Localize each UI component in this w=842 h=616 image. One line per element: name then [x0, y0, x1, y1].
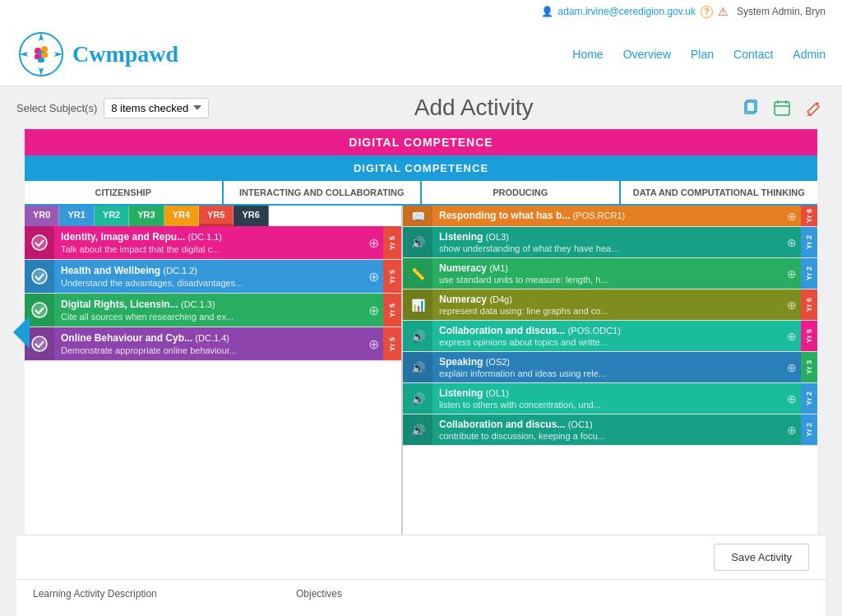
nav-plan[interactable]: Plan: [691, 48, 714, 61]
user-icon: 👤: [541, 6, 553, 17]
r-title-2: Numeracy: [439, 262, 489, 274]
svg-marker-2: [54, 52, 62, 57]
svg-rect-10: [38, 58, 44, 63]
item-yr-2: Yr 5: [383, 294, 401, 327]
tab-yr5-active[interactable]: YR5: [199, 206, 234, 226]
tab-yr4[interactable]: YR4: [164, 206, 199, 226]
list-item: 🔊 Collaboration and discus... (POS.ODC1)…: [403, 321, 817, 352]
r-yr-4: Yr 5: [801, 321, 817, 351]
item-yr-1: Yr 5: [383, 260, 401, 293]
r-expand-6[interactable]: ⊕: [783, 383, 801, 414]
item-desc-0: Talk about the impact that the digital c…: [61, 244, 357, 254]
r-desc-2: use standard units to measure: length, h…: [439, 275, 776, 285]
r-yr-5: Yr 3: [801, 352, 817, 382]
r-yr-2: Yr 2: [801, 258, 817, 289]
r-expand-0[interactable]: ⊕: [783, 206, 801, 226]
r-yr-7: Yr 2: [801, 415, 817, 445]
list-item: 🔊 Speaking (OS2) explain information and…: [403, 352, 817, 383]
r-desc-5: explain information and ideas using rele…: [439, 368, 776, 378]
r-expand-4[interactable]: ⊕: [783, 321, 801, 351]
list-item: Identity, Image and Repu... (DC.1.1) Tal…: [25, 226, 401, 260]
save-activity-button[interactable]: Save Activity: [714, 544, 809, 571]
list-item: 🔊 Listening (OL3) show understanding of …: [403, 227, 817, 258]
r-icon-2: 📏: [403, 258, 433, 289]
r-yr-6: Yr 2: [801, 383, 817, 414]
calendar-icon[interactable]: [770, 95, 794, 120]
edit-icon[interactable]: [801, 95, 826, 120]
list-item: Online Behaviour and Cyb... (DC.1.4) Dem…: [25, 327, 401, 361]
item-desc-2: Cite all sources when researching and ex…: [61, 312, 357, 322]
back-arrow-button[interactable]: [13, 316, 30, 349]
tab-yr3[interactable]: YR3: [129, 206, 164, 226]
item-title-2: Digital Rights, Licensin...: [61, 299, 181, 310]
r-icon-7: 🔊: [403, 415, 433, 445]
category-citizenship: CITIZENSHIP: [25, 181, 224, 204]
list-item: 📖 Responding to what has b... (POS.RCR1)…: [403, 206, 817, 227]
svg-marker-4: [20, 52, 28, 57]
r-expand-1[interactable]: ⊕: [783, 227, 801, 257]
r-icon-5: 🔊: [403, 352, 433, 382]
subject-select-area: Select Subject(s) 8 items checked: [16, 98, 209, 118]
r-desc-6: listen to others with concentration, und…: [439, 400, 776, 410]
svg-marker-3: [39, 67, 44, 76]
item-expand-1[interactable]: ⊕: [363, 260, 383, 293]
svg-point-21: [32, 336, 47, 351]
nav-admin[interactable]: Admin: [793, 48, 826, 61]
app-header: 👤 adam.irvine@ceredigion.gov.uk ? ⚠ Syst…: [0, 0, 842, 86]
r-title-1: Listening: [439, 231, 486, 243]
r-title-5: Speaking: [439, 356, 486, 368]
copy-icon[interactable]: [738, 95, 763, 120]
left-area: YR0 YR1 YR2 YR3 YR4 YR5 YR6: [25, 206, 403, 535]
r-expand-5[interactable]: ⊕: [783, 352, 801, 382]
tab-yr1[interactable]: YR1: [59, 206, 94, 226]
user-email: adam.irvine@ceredigion.gov.uk: [558, 6, 696, 17]
svg-point-19: [32, 269, 47, 284]
nav-links: Home Overview Plan Contact Admin: [572, 48, 826, 61]
list-item: Digital Rights, Licensin... (DC.1.3) Cit…: [25, 294, 401, 327]
item-checkbox-0[interactable]: [25, 226, 54, 259]
r-expand-2[interactable]: ⊕: [783, 258, 801, 289]
list-item: 🔊 Listening (OL1) listen to others with …: [403, 383, 817, 415]
bottom-section: Learning Activity Description Objectives: [16, 579, 826, 616]
svg-rect-13: [775, 102, 789, 115]
help-icon[interactable]: ?: [701, 6, 713, 18]
r-title-3: Numeracy: [439, 294, 489, 305]
page-title: Add Activity: [414, 95, 534, 121]
r-title-6: Listening: [439, 387, 486, 399]
nav-overview[interactable]: Overview: [623, 48, 671, 61]
r-expand-3[interactable]: ⊕: [783, 289, 801, 320]
item-expand-0[interactable]: ⊕: [363, 226, 383, 259]
system-admin-label: System Admin, Bryn: [737, 6, 826, 17]
r-expand-7[interactable]: ⊕: [783, 415, 801, 445]
items-checked-select[interactable]: 8 items checked: [104, 98, 209, 118]
left-items-list: Identity, Image and Repu... (DC.1.1) Tal…: [25, 226, 401, 361]
item-title-3: Online Behaviour and Cyb...: [61, 332, 195, 344]
r-icon-6: 🔊: [403, 383, 433, 414]
tab-yr2[interactable]: YR2: [95, 206, 129, 226]
category-producing: PRODUCING: [422, 181, 621, 204]
footer-bar: Save Activity: [16, 535, 826, 579]
r-icon-1: 🔊: [403, 227, 433, 257]
alert-icon: ⚠: [718, 5, 729, 18]
nav-contact[interactable]: Contact: [733, 48, 773, 61]
item-yr-0: Yr 5: [383, 226, 401, 259]
svg-point-20: [32, 303, 47, 317]
tab-yr6[interactable]: YR6: [234, 206, 268, 226]
item-desc-3: Demonstrate appropriate online behaviour…: [61, 345, 357, 355]
item-checkbox-1[interactable]: [25, 260, 54, 293]
logo-compass: [16, 30, 66, 79]
dc-banner: DIGITAL COMPETENCE: [25, 129, 817, 155]
page-header-row: Select Subject(s) 8 items checked Add Ac…: [16, 95, 826, 121]
item-title-0: Identity, Image and Repu...: [61, 231, 187, 243]
nav-home[interactable]: Home: [572, 48, 603, 61]
r-desc-4: express opinions about topics and writte…: [439, 337, 776, 347]
tab-yr0[interactable]: YR0: [25, 206, 59, 226]
item-expand-3[interactable]: ⊕: [363, 327, 383, 360]
r-title-4: Collaboration and discus...: [439, 325, 568, 336]
r-icon-0: 📖: [403, 206, 433, 226]
category-interacting: INTERACTING AND COLLABORATING: [224, 181, 423, 204]
activity-wrapper: DIGITAL COMPETENCE DIGITAL COMPETENCE CI…: [25, 129, 817, 535]
item-expand-2[interactable]: ⊕: [363, 294, 383, 327]
main-content: Select Subject(s) 8 items checked Add Ac…: [0, 86, 842, 616]
dc-sub-banner: DIGITAL COMPETENCE: [25, 155, 817, 181]
